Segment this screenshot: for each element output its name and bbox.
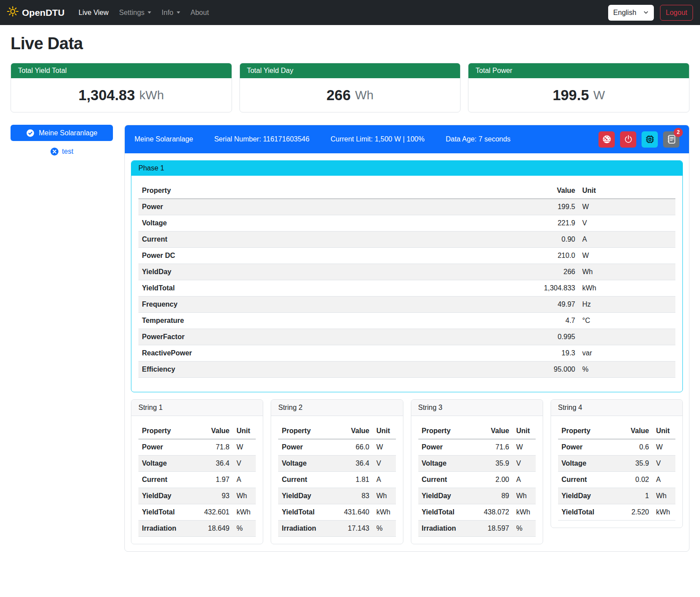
phase-1-title: Phase 1	[131, 161, 682, 176]
table-row: YieldTotal431.640kWh	[278, 504, 395, 521]
table-header-row: Property Value Unit	[418, 423, 536, 439]
power-toggle-button[interactable]	[620, 131, 636, 148]
string-2-title: String 2	[271, 400, 403, 416]
column-property: Property	[558, 423, 613, 439]
string-2-table: Property Value Unit Power66.0WVoltage36.…	[278, 423, 395, 537]
table-header-row: Property Value Unit	[278, 423, 395, 439]
table-row: Power71.6W	[418, 439, 536, 456]
table-row: Efficiency95.000%	[138, 362, 675, 378]
total-power-unit: W	[593, 88, 605, 102]
column-unit: Unit	[233, 423, 256, 439]
table-row: YieldTotal438.072kWh	[418, 504, 536, 521]
column-unit: Unit	[513, 423, 536, 439]
string-4-title: String 4	[551, 400, 682, 416]
column-unit: Unit	[373, 423, 396, 439]
total-yield-day-card: Total Yield Day 266 Wh	[239, 63, 461, 112]
table-row: YieldTotal2.520kWh	[558, 504, 675, 521]
table-row: Power66.0W	[278, 439, 395, 456]
table-header-row: Property Value Unit	[138, 183, 675, 199]
inverter-current-limit: Current Limit: 1,500 W | 100%	[330, 135, 424, 143]
logout-button[interactable]: Logout	[660, 5, 693, 21]
table-row: Current2.00A	[418, 472, 536, 488]
column-property: Property	[138, 183, 526, 199]
language-selected-value: English	[613, 9, 636, 17]
string-1-title: String 1	[131, 400, 263, 416]
card-header: Total Yield Total	[11, 63, 232, 78]
total-yield-total-card: Total Yield Total 1,304.83 kWh	[11, 63, 232, 112]
inverter-card-body: Phase 1 Property Value Unit Power199.5WV…	[125, 153, 689, 551]
card-header: Total Yield Day	[240, 63, 461, 78]
phase-1-card: Phase 1 Property Value Unit Power199.5WV…	[131, 160, 683, 392]
inverter-name: Meine Solaranlage	[134, 135, 193, 143]
table-row: YieldDay93Wh	[138, 488, 256, 504]
total-yield-total-unit: kWh	[139, 88, 164, 102]
nav-item-info[interactable]: Info	[158, 5, 184, 20]
brand-title: OpenDTU	[22, 7, 65, 18]
summary-cards-row: Total Yield Total 1,304.83 kWh Total Yie…	[11, 63, 689, 112]
table-row: YieldDay89Wh	[418, 488, 536, 504]
column-unit: Unit	[653, 423, 675, 439]
dropdown-caret-icon	[148, 11, 151, 14]
inverter-actions: 2	[598, 131, 679, 148]
column-property: Property	[278, 423, 333, 439]
strings-row: String 1 Property Value Unit	[131, 399, 683, 544]
power-icon	[624, 134, 633, 144]
string-4-card: String 4 Property Value Unit	[551, 399, 683, 528]
cpu-icon	[645, 134, 655, 144]
column-property: Property	[418, 423, 473, 439]
table-header-row: Property Value Unit	[558, 423, 675, 439]
table-row: YieldDay1Wh	[558, 488, 675, 504]
column-value: Value	[526, 183, 579, 199]
total-yield-day-unit: Wh	[355, 88, 374, 102]
x-circle-icon	[50, 147, 59, 156]
table-row: ReactivePower19.3var	[138, 345, 675, 362]
table-row: Current1.97A	[138, 472, 256, 488]
sun-icon	[7, 6, 18, 19]
event-log-button[interactable]: 2	[663, 131, 679, 148]
inverter-select-label: Meine Solaranlage	[39, 129, 97, 137]
string-2-card: String 2 Property Value Unit	[271, 399, 403, 544]
table-header-row: Property Value Unit	[138, 423, 256, 439]
inverter-item-test[interactable]: test	[11, 147, 113, 156]
table-row: YieldDay266Wh	[138, 264, 675, 280]
inverter-item-test-label: test	[62, 148, 73, 156]
inverter-select-button[interactable]: Meine Solaranlage	[11, 125, 113, 141]
table-row: Current1.81A	[278, 472, 395, 488]
table-row: Irradiation18.649%	[138, 521, 256, 537]
limit-settings-button[interactable]	[598, 131, 615, 148]
device-info-button[interactable]	[642, 131, 658, 148]
dropdown-caret-icon	[177, 11, 180, 14]
phase-1-table: Property Value Unit Power199.5WVoltage22…	[138, 183, 675, 378]
inverter-serial: Serial Number: 116171603546	[214, 135, 309, 143]
card-body: 1,304.83 kWh	[11, 78, 232, 112]
nav-items: Live View Settings Info About	[75, 5, 213, 20]
nav-item-live-view[interactable]: Live View	[75, 5, 112, 20]
top-navbar: OpenDTU Live View Settings Info About En…	[0, 0, 700, 25]
table-row: Current0.90A	[138, 232, 675, 248]
page-title: Live Data	[11, 34, 689, 53]
table-row: Temperature4.7°C	[138, 313, 675, 329]
table-row: Irradiation17.143%	[278, 521, 395, 537]
string-1-table: Property Value Unit Power71.8WVoltage36.…	[138, 423, 256, 537]
table-row: Voltage36.4V	[138, 456, 256, 472]
language-select[interactable]: English	[608, 5, 654, 21]
string-3-table: Property Value Unit Power71.6WVoltage35.…	[418, 423, 536, 537]
brand-logo[interactable]: OpenDTU	[7, 6, 65, 19]
table-row: YieldTotal1,304.833kWh	[138, 280, 675, 297]
total-power-card: Total Power 199.5 W	[468, 63, 689, 112]
inverter-card-header: Meine Solaranlage Serial Number: 1161716…	[125, 125, 689, 153]
journal-text-icon	[667, 134, 676, 144]
table-row: Power DC210.0W	[138, 248, 675, 264]
nav-item-about[interactable]: About	[187, 5, 213, 20]
column-value: Value	[334, 423, 373, 439]
nav-item-settings[interactable]: Settings	[116, 5, 155, 20]
speedometer-icon	[602, 134, 612, 144]
table-row: Voltage35.9V	[558, 456, 675, 472]
card-header: Total Power	[468, 63, 689, 78]
column-value: Value	[473, 423, 513, 439]
inverter-data-age: Data Age: 7 seconds	[446, 135, 511, 143]
string-1-card: String 1 Property Value Unit	[131, 399, 263, 544]
string-4-table: Property Value Unit Power0.6WVoltage35.9…	[558, 423, 675, 521]
table-row: Power0.6W	[558, 439, 675, 456]
total-power-value: 199.5	[553, 87, 589, 104]
